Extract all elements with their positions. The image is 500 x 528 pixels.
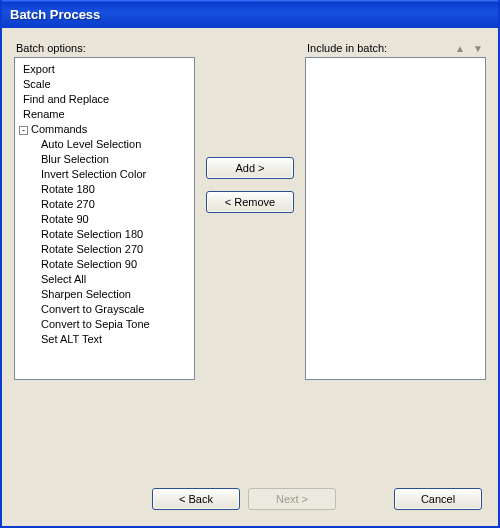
move-up-icon[interactable]: ▲ [454,43,466,53]
commands-label: Commands [31,123,87,135]
batch-options-list[interactable]: ExportScaleFind and ReplaceRename-Comman… [14,57,195,380]
move-down-icon[interactable]: ▼ [472,43,484,53]
batch-option-item[interactable]: Scale [19,77,190,92]
back-button[interactable]: < Back [152,488,240,510]
command-item[interactable]: Convert to Grayscale [37,302,190,317]
command-item[interactable]: Rotate 270 [37,197,190,212]
command-item[interactable]: Sharpen Selection [37,287,190,302]
window-title: Batch Process [10,7,100,22]
command-item[interactable]: Blur Selection [37,152,190,167]
spacer [14,380,486,488]
titlebar[interactable]: Batch Process [2,0,498,28]
include-in-batch-column: Include in batch: ▲ ▼ [305,42,486,380]
command-item[interactable]: Rotate 90 [37,212,190,227]
command-item[interactable]: Set ALT Text [37,332,190,347]
command-item[interactable]: Select All [37,272,190,287]
batch-process-window: Batch Process Batch options: ExportScale… [0,0,500,528]
command-item[interactable]: Invert Selection Color [37,167,190,182]
include-in-batch-list[interactable] [305,57,486,380]
batch-option-item[interactable]: Export [19,62,190,77]
add-button[interactable]: Add > [206,157,294,179]
batch-option-item[interactable]: Rename [19,107,190,122]
remove-button[interactable]: < Remove [206,191,294,213]
command-item[interactable]: Auto Level Selection [37,137,190,152]
reorder-controls: ▲ ▼ [454,43,484,53]
command-item[interactable]: Rotate 180 [37,182,190,197]
include-in-batch-label: Include in batch: [307,42,387,54]
command-item[interactable]: Rotate Selection 270 [37,242,190,257]
wizard-footer: < Back Next > Cancel [14,488,486,514]
tree-collapse-icon[interactable]: - [19,126,28,135]
batch-options-column: Batch options: ExportScaleFind and Repla… [14,42,195,380]
batch-option-commands[interactable]: -CommandsAuto Level SelectionBlur Select… [19,122,190,347]
cancel-button[interactable]: Cancel [394,488,482,510]
command-item[interactable]: Rotate Selection 180 [37,227,190,242]
batch-option-item[interactable]: Find and Replace [19,92,190,107]
command-item[interactable]: Convert to Sepia Tone [37,317,190,332]
command-item[interactable]: Rotate Selection 90 [37,257,190,272]
transfer-buttons-column: Add > < Remove [195,42,305,380]
next-button: Next > [248,488,336,510]
commands-children: Auto Level SelectionBlur SelectionInvert… [19,137,190,347]
main-row: Batch options: ExportScaleFind and Repla… [14,42,486,380]
window-body: Batch options: ExportScaleFind and Repla… [2,28,498,526]
batch-options-label: Batch options: [16,42,195,54]
